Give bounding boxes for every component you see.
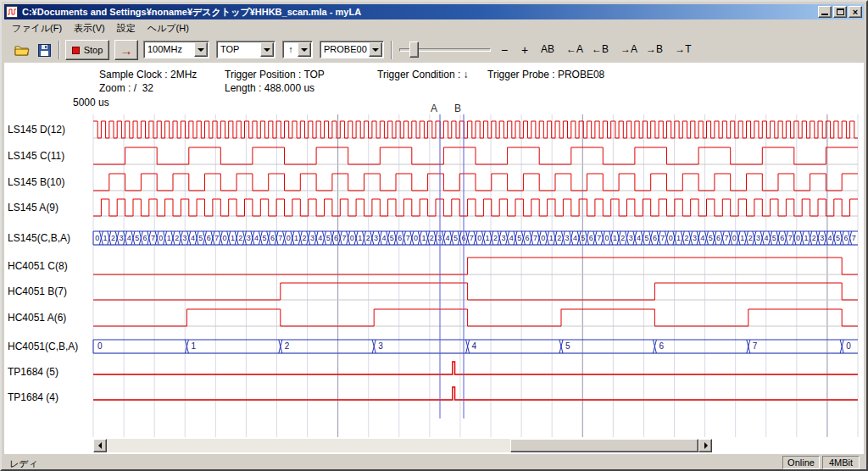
arrow-left-icon bbox=[98, 442, 102, 449]
svg-text:6: 6 bbox=[653, 234, 657, 242]
svg-text:2: 2 bbox=[238, 234, 242, 242]
svg-text:1: 1 bbox=[486, 234, 490, 242]
svg-text:1: 1 bbox=[421, 234, 426, 242]
svg-text:5: 5 bbox=[772, 234, 776, 242]
svg-text:3: 3 bbox=[820, 234, 824, 242]
svg-text:4: 4 bbox=[509, 234, 514, 242]
svg-text:0: 0 bbox=[732, 234, 737, 242]
svg-text:4: 4 bbox=[191, 234, 195, 242]
svg-text:1: 1 bbox=[191, 341, 196, 351]
svg-text:7: 7 bbox=[342, 234, 346, 242]
svg-text:5: 5 bbox=[453, 234, 458, 242]
svg-text:4: 4 bbox=[700, 234, 704, 242]
svg-text:2: 2 bbox=[748, 234, 753, 242]
svg-text:7: 7 bbox=[278, 234, 282, 242]
svg-text:6: 6 bbox=[589, 234, 593, 242]
svg-text:5: 5 bbox=[565, 341, 570, 351]
svg-text:3: 3 bbox=[565, 234, 570, 242]
scrollbar-thumb[interactable] bbox=[510, 439, 698, 452]
svg-text:1: 1 bbox=[231, 234, 235, 242]
svg-text:1: 1 bbox=[676, 234, 681, 242]
svg-text:4: 4 bbox=[318, 234, 322, 242]
svg-text:0: 0 bbox=[796, 234, 800, 242]
svg-text:7: 7 bbox=[151, 234, 155, 242]
svg-text:1: 1 bbox=[103, 234, 108, 242]
svg-text:6: 6 bbox=[843, 234, 848, 242]
svg-text:4: 4 bbox=[472, 341, 477, 351]
svg-text:5: 5 bbox=[263, 234, 267, 242]
status-ready-text: レディ bbox=[9, 457, 38, 470]
svg-text:0: 0 bbox=[95, 234, 99, 242]
svg-text:0: 0 bbox=[669, 234, 673, 242]
svg-text:1: 1 bbox=[740, 234, 744, 242]
svg-text:7: 7 bbox=[753, 341, 758, 351]
svg-text:5: 5 bbox=[645, 234, 649, 242]
svg-text:6: 6 bbox=[207, 234, 211, 242]
scroll-left-button[interactable] bbox=[93, 439, 107, 452]
svg-text:6: 6 bbox=[143, 234, 147, 242]
svg-text:3: 3 bbox=[756, 234, 760, 242]
svg-text:5: 5 bbox=[836, 234, 840, 242]
svg-text:5: 5 bbox=[517, 234, 521, 242]
svg-text:0: 0 bbox=[97, 341, 103, 351]
waveform-plot[interactable]: 0123456701234567012345670123456701234567… bbox=[2, 2, 868, 471]
status-memory-badge: 4MBit bbox=[822, 456, 860, 469]
arrow-right-icon bbox=[704, 442, 708, 449]
svg-text:0: 0 bbox=[350, 234, 354, 242]
svg-text:1: 1 bbox=[294, 234, 298, 242]
svg-text:5: 5 bbox=[709, 234, 713, 242]
svg-text:2: 2 bbox=[620, 234, 625, 242]
svg-text:0: 0 bbox=[846, 341, 851, 351]
svg-text:4: 4 bbox=[446, 234, 450, 242]
svg-text:4: 4 bbox=[381, 234, 386, 242]
svg-text:2: 2 bbox=[430, 234, 434, 242]
svg-text:4: 4 bbox=[764, 234, 768, 242]
svg-text:3: 3 bbox=[310, 234, 314, 242]
svg-text:7: 7 bbox=[214, 234, 219, 242]
svg-text:1: 1 bbox=[358, 234, 362, 242]
svg-text:3: 3 bbox=[629, 234, 633, 242]
svg-text:3: 3 bbox=[693, 234, 697, 242]
svg-text:7: 7 bbox=[470, 234, 474, 242]
svg-text:6: 6 bbox=[659, 341, 664, 351]
svg-text:7: 7 bbox=[533, 234, 537, 242]
svg-text:2: 2 bbox=[493, 234, 498, 242]
svg-text:2: 2 bbox=[366, 234, 370, 242]
svg-text:3: 3 bbox=[374, 234, 378, 242]
svg-text:0: 0 bbox=[287, 234, 291, 242]
svg-text:5: 5 bbox=[135, 234, 139, 242]
svg-text:2: 2 bbox=[111, 234, 115, 242]
svg-text:1: 1 bbox=[549, 234, 554, 242]
svg-text:6: 6 bbox=[780, 234, 784, 242]
svg-text:3: 3 bbox=[183, 234, 187, 242]
app-window: C:¥Documents and Settings¥noname¥デスクトップ¥… bbox=[0, 0, 868, 471]
svg-text:7: 7 bbox=[788, 234, 793, 242]
horizontal-scrollbar[interactable] bbox=[93, 439, 712, 452]
svg-text:3: 3 bbox=[378, 341, 383, 351]
status-online-badge: Online bbox=[782, 456, 820, 469]
svg-text:1: 1 bbox=[167, 234, 171, 242]
svg-text:2: 2 bbox=[812, 234, 816, 242]
svg-text:0: 0 bbox=[477, 234, 481, 242]
svg-text:3: 3 bbox=[119, 234, 123, 242]
svg-text:4: 4 bbox=[254, 234, 259, 242]
svg-text:4: 4 bbox=[573, 234, 577, 242]
svg-text:0: 0 bbox=[414, 234, 418, 242]
svg-text:7: 7 bbox=[660, 234, 665, 242]
svg-text:2: 2 bbox=[684, 234, 688, 242]
svg-text:2: 2 bbox=[175, 234, 179, 242]
svg-text:5: 5 bbox=[390, 234, 394, 242]
svg-text:5: 5 bbox=[198, 234, 203, 242]
svg-text:2: 2 bbox=[557, 234, 561, 242]
svg-text:6: 6 bbox=[334, 234, 338, 242]
svg-text:0: 0 bbox=[159, 234, 163, 242]
scroll-right-button[interactable] bbox=[698, 439, 712, 452]
svg-text:A: A bbox=[431, 103, 437, 114]
svg-text:1: 1 bbox=[613, 234, 617, 242]
svg-text:3: 3 bbox=[247, 234, 251, 242]
svg-text:6: 6 bbox=[398, 234, 402, 242]
svg-text:7: 7 bbox=[597, 234, 601, 242]
svg-text:6: 6 bbox=[270, 234, 275, 242]
svg-text:0: 0 bbox=[541, 234, 545, 242]
svg-text:5: 5 bbox=[581, 234, 585, 242]
